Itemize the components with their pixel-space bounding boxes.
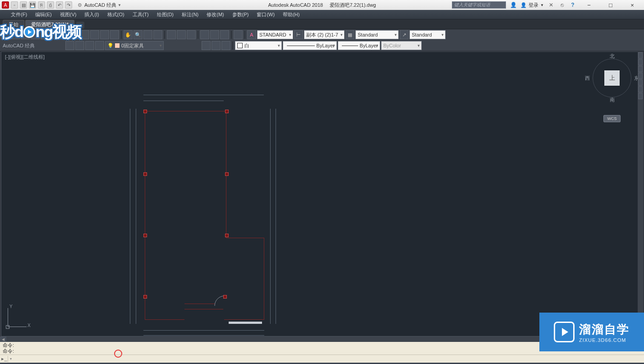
tool-icon[interactable] bbox=[21, 30, 30, 39]
tool-icon[interactable] bbox=[90, 30, 99, 39]
navbar-icon[interactable] bbox=[638, 66, 643, 72]
qat-save-icon[interactable]: 💾 bbox=[29, 1, 36, 9]
grip[interactable] bbox=[225, 234, 229, 237]
qat-new-icon[interactable]: ▫ bbox=[11, 1, 18, 9]
tool-icon[interactable] bbox=[221, 41, 230, 50]
tool-icon[interactable] bbox=[31, 30, 40, 39]
linetype-dropdown[interactable]: ByLayer bbox=[283, 41, 337, 50]
color-dropdown[interactable]: 白 bbox=[235, 41, 282, 50]
command-input[interactable] bbox=[13, 356, 643, 362]
menu-format[interactable]: 格式(O) bbox=[107, 11, 124, 18]
qat-redo-icon[interactable]: ↷ bbox=[65, 1, 72, 9]
tool-icon[interactable] bbox=[80, 30, 89, 39]
drawing-canvas[interactable]: [-][俯视][二维线框] bbox=[1, 51, 643, 336]
mleader-style-dropdown[interactable]: Standard bbox=[409, 30, 446, 39]
tool-icon[interactable] bbox=[212, 41, 221, 50]
tool-icon[interactable] bbox=[210, 30, 219, 39]
menu-draw[interactable]: 绘图(D) bbox=[157, 11, 174, 18]
tab-drawing[interactable]: 爱陌酒吧7.22(1)* bbox=[25, 20, 74, 29]
tool-icon[interactable] bbox=[60, 30, 69, 39]
layer-icon[interactable] bbox=[85, 41, 94, 50]
lineweight-dropdown[interactable]: ByLayer bbox=[338, 41, 380, 50]
grip[interactable] bbox=[143, 234, 147, 237]
navbar-icon[interactable] bbox=[638, 86, 643, 92]
qat-undo-icon[interactable]: ↶ bbox=[56, 1, 63, 9]
menu-edit[interactable]: 编辑(E) bbox=[35, 11, 52, 18]
tool-icon[interactable] bbox=[220, 30, 229, 39]
maximize-button[interactable]: □ bbox=[602, 0, 620, 10]
menu-insert[interactable]: 插入(I) bbox=[84, 11, 99, 18]
tool-icon[interactable] bbox=[70, 30, 79, 39]
menu-window[interactable]: 窗口(W) bbox=[257, 11, 275, 18]
grip[interactable] bbox=[143, 172, 147, 176]
table-icon[interactable]: ▦ bbox=[345, 30, 354, 39]
new-tab-button[interactable]: + bbox=[76, 22, 84, 29]
mleader-icon[interactable]: ↗ bbox=[400, 30, 409, 39]
tool-icon[interactable] bbox=[234, 30, 243, 39]
navbar-icon[interactable] bbox=[638, 59, 643, 65]
grip[interactable] bbox=[223, 295, 227, 299]
tool-icon[interactable] bbox=[100, 30, 109, 39]
navbar-icon[interactable] bbox=[638, 79, 643, 86]
viewcube-top[interactable]: 上 bbox=[604, 70, 620, 86]
tool-icon[interactable] bbox=[1, 30, 10, 39]
tool-icon[interactable] bbox=[200, 30, 209, 39]
menu-help[interactable]: 帮助(H) bbox=[283, 11, 299, 18]
tool-icon[interactable] bbox=[110, 30, 119, 39]
tool-icon[interactable] bbox=[41, 30, 50, 39]
command-icon[interactable]: ▸_ bbox=[1, 356, 8, 362]
tool-icon[interactable] bbox=[11, 30, 20, 39]
grip[interactable] bbox=[143, 110, 147, 113]
video-banner[interactable]: 溜溜自学 ZIXUE.3D66.COM bbox=[539, 313, 644, 351]
tool-icon[interactable] bbox=[187, 30, 196, 39]
view-cube[interactable]: 上 北 南 东 西 WCS bbox=[589, 55, 635, 101]
table-style-dropdown[interactable]: Standard bbox=[355, 30, 399, 39]
tool-icon[interactable] bbox=[202, 41, 211, 50]
exchange-icon[interactable]: ✕ bbox=[547, 1, 555, 9]
workspace-switcher[interactable]: ⚙ AutoCAD 经典 ▼ bbox=[77, 2, 121, 9]
zoom-icon[interactable]: 🔍 bbox=[133, 30, 143, 39]
tool-icon[interactable] bbox=[153, 30, 162, 39]
wcs-label[interactable]: WCS bbox=[603, 115, 621, 122]
grip[interactable] bbox=[225, 172, 229, 176]
tool-icon[interactable] bbox=[177, 30, 186, 39]
text-style-dropdown[interactable]: STANDARD bbox=[257, 30, 293, 39]
grip[interactable] bbox=[143, 295, 147, 299]
layer-icon[interactable] bbox=[75, 41, 84, 50]
menu-modify[interactable]: 修改(M) bbox=[207, 11, 224, 18]
qat-saveas-icon[interactable]: ⎘ bbox=[38, 1, 45, 9]
command-line[interactable]: ▸_ ▾ bbox=[0, 355, 644, 363]
pan-icon[interactable]: ✋ bbox=[124, 30, 133, 39]
menu-tools[interactable]: 工具(T) bbox=[133, 11, 149, 18]
tool-icon[interactable] bbox=[51, 30, 60, 39]
menu-dim[interactable]: 标注(N) bbox=[182, 11, 198, 18]
menu-view[interactable]: 视图(V) bbox=[60, 11, 77, 18]
layer-icon[interactable] bbox=[95, 41, 104, 50]
help-icon[interactable]: ? bbox=[569, 1, 576, 9]
tool-icon[interactable] bbox=[167, 30, 176, 39]
cart-icon[interactable]: ⎋ bbox=[558, 1, 566, 9]
close-button[interactable]: × bbox=[623, 0, 641, 10]
qat-plot-icon[interactable]: ⎙ bbox=[47, 1, 54, 9]
menu-file[interactable]: 文件(F) bbox=[11, 11, 27, 18]
minimize-button[interactable]: − bbox=[580, 0, 598, 10]
qat-open-icon[interactable]: ▤ bbox=[20, 1, 27, 9]
tool-icon[interactable] bbox=[143, 30, 152, 39]
dim-style-dropdown[interactable]: 副本 (2) (2)1-7 bbox=[304, 30, 345, 39]
navbar-icon[interactable] bbox=[638, 52, 643, 59]
layer-dropdown[interactable]: 💡 0固定家具 bbox=[105, 41, 164, 50]
text-icon[interactable]: A bbox=[247, 30, 256, 39]
dim-icon[interactable]: ⊢ bbox=[294, 30, 303, 39]
layer-icon[interactable] bbox=[65, 41, 74, 50]
login-button[interactable]: 👤 登录 ▼ bbox=[520, 2, 544, 9]
menu-param[interactable]: 参数(P) bbox=[232, 11, 249, 18]
tab-start[interactable]: 开始 bbox=[3, 20, 24, 29]
app-menu-icon[interactable]: A bbox=[2, 1, 9, 9]
view-label[interactable]: [-][俯视][二维线框] bbox=[5, 54, 45, 60]
navbar-icon[interactable] bbox=[638, 93, 643, 99]
help-search-input[interactable]: 键入关键字或短语 bbox=[452, 1, 506, 9]
navbar-icon[interactable] bbox=[638, 73, 643, 79]
grip[interactable] bbox=[225, 110, 229, 113]
infocenter-icon[interactable]: 👤 bbox=[510, 1, 517, 9]
scroll-left-icon[interactable]: ◀ bbox=[0, 336, 6, 342]
